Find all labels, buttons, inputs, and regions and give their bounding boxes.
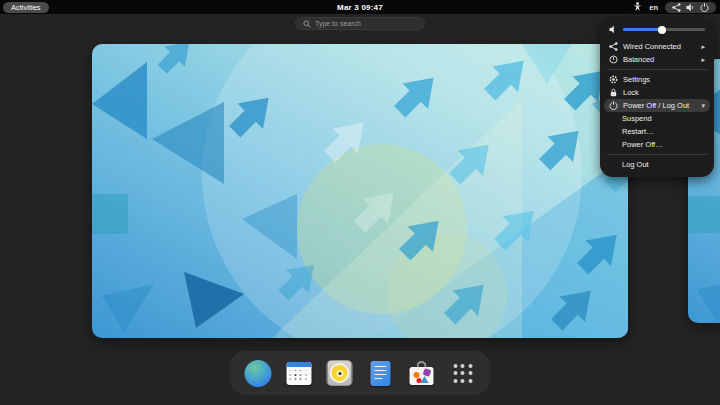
calendar-icon [286,362,311,385]
activities-button[interactable]: Activities [3,2,49,13]
power-icon [609,101,618,110]
menu-item-label: Suspend [622,114,705,123]
menu-separator [607,69,707,70]
software-icon [409,360,435,386]
dash [230,351,491,395]
clock[interactable]: Mar 3 09:47 [337,3,383,12]
menu-item-log-out[interactable]: Log Out [604,158,710,171]
menu-item-restart[interactable]: Restart… [604,125,710,138]
volume-slider[interactable] [623,28,705,31]
gnome-activities-overview: { "topbar": { "activities_label": "Activ… [0,0,720,405]
search-icon [303,20,311,28]
accessibility-icon[interactable] [633,2,642,12]
app-web-browser[interactable] [244,359,272,387]
menu-item-label: Balanced [623,55,696,64]
menu-item-network[interactable]: Wired Connected ▸ [604,40,710,53]
search-placeholder: Type to search [315,20,361,27]
app-calendar[interactable] [285,359,313,387]
music-icon [327,360,353,386]
menu-item-label: Wired Connected [623,42,696,51]
app-text-editor[interactable] [367,359,395,387]
power-icon [700,3,709,12]
menu-item-settings[interactable]: Settings [604,73,710,86]
chevron-down-icon: ▾ [701,102,705,110]
wired-network-icon [609,42,618,51]
menu-item-label: Log Out [622,160,705,169]
menu-item-label: Restart… [622,127,705,136]
speaker-icon [609,25,618,34]
wallpaper [92,44,628,338]
show-apps-button[interactable] [449,359,477,387]
chevron-right-icon: ▸ [701,43,705,51]
activities-label: Activities [11,3,41,12]
menu-item-label: Power Off… [622,140,705,149]
menu-item-power-profile[interactable]: Balanced ▸ [604,53,710,66]
menu-item-suspend[interactable]: Suspend [604,112,710,125]
top-bar: Activities Mar 3 09:47 en [0,0,720,14]
wired-network-icon [672,3,681,12]
menu-item-power-off[interactable]: Power Off… [604,138,710,151]
workspace-thumbnail-active[interactable] [92,44,628,338]
menu-item-power-off-log-out[interactable]: Power Off / Log Out ▾ [604,99,710,112]
keyboard-layout-indicator[interactable]: en [649,3,658,12]
web-browser-icon [244,360,271,387]
volume-slider-row [604,21,710,40]
lock-icon [609,88,618,97]
menu-item-label: Settings [623,75,705,84]
menu-item-label: Power Off / Log Out [623,101,696,110]
system-status-button[interactable] [665,2,716,13]
chevron-right-icon: ▸ [701,56,705,64]
volume-icon [686,3,695,12]
gear-icon [609,75,618,84]
volume-slider-handle[interactable] [658,26,666,34]
app-music[interactable] [326,359,354,387]
topbar-status-area: en [633,0,716,14]
text-editor-icon [371,361,391,386]
power-profile-icon [609,55,618,64]
search-input[interactable]: Type to search [295,17,425,30]
menu-item-label: Lock [623,88,705,97]
menu-separator [607,154,707,155]
app-software[interactable] [408,359,436,387]
system-menu: Wired Connected ▸ Balanced ▸ Settings [600,16,714,177]
menu-item-lock[interactable]: Lock [604,86,710,99]
app-grid-icon [453,364,472,383]
